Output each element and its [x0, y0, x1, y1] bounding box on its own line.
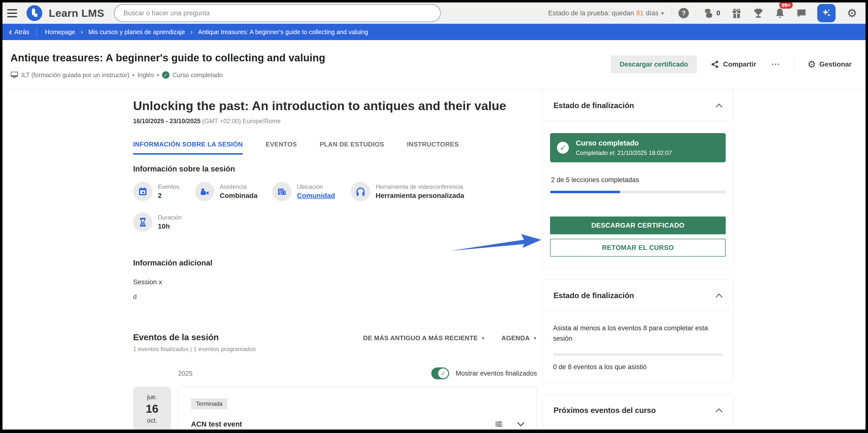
panel-title: Próximos eventos del curso — [554, 406, 656, 415]
lessons-progress-fill — [550, 191, 620, 193]
session-events-header: Eventos de la sesión 1 eventos finalizad… — [133, 332, 537, 352]
manage-button[interactable]: ⚙ Gestionar — [807, 60, 852, 69]
resume-course-button[interactable]: RETOMAR EL CURSO — [550, 239, 726, 256]
banner-title: Curso completado — [576, 139, 672, 147]
sort-order-label: DE MÁS ANTIGUO A MÁS RECIENTE — [363, 334, 478, 342]
info-value: 10h — [158, 222, 182, 230]
completion-status-panel: Estado de finalización ✓ Curso completad… — [542, 90, 734, 269]
hamburger-menu-icon[interactable] — [2, 2, 22, 24]
share-button[interactable]: Compartir — [711, 60, 756, 69]
show-finished-toggle-cluster: ✓ Mostrar eventos finalizados — [431, 367, 537, 379]
info-value: Combinada — [220, 192, 257, 200]
building-icon — [272, 182, 291, 201]
bell-icon — [775, 7, 785, 19]
panel-title: Estado de finalización — [554, 101, 634, 110]
session-dates: 16/10/2025 - 23/10/2025 (GMT +02:00) Eur… — [133, 118, 537, 125]
download-certificate-button[interactable]: Descargar certificado — [611, 55, 697, 73]
view-mode-dropdown[interactable]: AGENDA ▼ — [501, 334, 537, 342]
gift-icon — [731, 7, 742, 19]
additional-info-heading: Información adicional — [133, 258, 537, 268]
event-actions — [494, 420, 525, 429]
tab-study-plan[interactable]: PLAN DE ESTUDIOS — [320, 141, 384, 155]
breadcrumb: Homepage › Mis cursos y planes de aprend… — [37, 28, 368, 36]
info-value: 2 — [158, 192, 179, 200]
download-certificate-sidebar-button[interactable]: DESCARGAR CERTIFICADO — [550, 216, 726, 234]
back-label: Atrás — [14, 28, 29, 36]
notifications-badge: 99+ — [779, 2, 793, 9]
rewards-button[interactable] — [731, 7, 742, 19]
course-meta: ILT (formación guiada por un instructor)… — [10, 71, 223, 79]
app-logo[interactable]: Learn LMS — [22, 5, 114, 21]
additional-info-line: d — [133, 293, 537, 301]
info-item-video-tool: Herramienta de videoconferencia Herramie… — [351, 182, 464, 201]
ai-assistant-button[interactable] — [817, 4, 836, 22]
tune-icon[interactable] — [494, 420, 503, 429]
attendance-requirement-text: Asista al menos a los eventos 8 para com… — [550, 323, 726, 344]
trial-status-dropdown[interactable]: Estado de la prueba: quedan 81 días ▼ — [548, 9, 664, 17]
caret-down-icon: ▼ — [533, 336, 537, 340]
top-bar: Learn LMS Estado de la prueba: quedan 81… — [2, 2, 866, 24]
topbar-divider — [696, 7, 696, 20]
share-label: Compartir — [723, 60, 756, 68]
completion-panel-header: Estado de finalización — [542, 90, 733, 121]
tab-events[interactable]: EVENTOS — [266, 141, 297, 155]
notifications-button[interactable]: 99+ — [775, 7, 785, 19]
event-date-badge: jue. 16 oct. — [133, 387, 171, 430]
caret-down-icon: ▼ — [481, 336, 485, 340]
info-label: Eventos — [158, 183, 179, 190]
events-year: 2025 — [178, 370, 192, 377]
screenshot-frame: Learn LMS Estado de la prueba: quedan 81… — [0, 0, 868, 433]
sort-order-dropdown[interactable]: DE MÁS ANTIGUO A MÁS RECIENTE ▼ — [363, 334, 485, 342]
calendar-icon — [133, 182, 152, 201]
trial-prefix: Estado de la prueba: quedan — [548, 9, 634, 17]
main-column: Unlocking the past: An introduction to a… — [133, 90, 537, 430]
search-input[interactable] — [114, 4, 441, 22]
session-completion-header: Estado de finalización — [542, 280, 733, 311]
course-status: Curso completado — [173, 71, 223, 79]
topbar-icons: 0 — [703, 7, 807, 19]
show-finished-toggle[interactable]: ✓ — [431, 367, 449, 379]
breadcrumb-item-homepage[interactable]: Homepage — [45, 28, 75, 36]
headphones-icon — [351, 182, 370, 201]
chevron-up-icon[interactable] — [715, 408, 723, 413]
coins-button[interactable]: 0 — [703, 7, 720, 19]
event-row: jue. 16 oct. Terminada ACN test event — [133, 387, 537, 430]
session-timezone: (GMT +02:00) Europe/Rome — [202, 118, 281, 124]
chevron-up-icon[interactable] — [715, 293, 723, 299]
info-label: Herramienta de videoconferencia — [376, 183, 464, 190]
messages-button[interactable] — [796, 8, 807, 19]
chevron-down-icon[interactable] — [517, 421, 525, 427]
events-controls: DE MÁS ANTIGUO A MÁS RECIENTE ▼ AGENDA ▼ — [363, 332, 537, 342]
lessons-progress-text: 2 de 5 lecciones completadas — [550, 176, 726, 184]
course-header: Antique treasures: A beginner's guide to… — [2, 40, 866, 90]
back-button[interactable]: ‹ Atrás — [2, 24, 36, 40]
right-sidebar: Estado de finalización ✓ Curso completad… — [542, 90, 734, 430]
location-link[interactable]: Comunidad — [297, 192, 335, 200]
more-options-button[interactable]: ··· — [772, 60, 780, 68]
events-year-row: 2025 ✓ Mostrar eventos finalizados — [133, 367, 537, 379]
view-mode-label: AGENDA — [501, 334, 529, 342]
banner-completed-date: Completado el: 21/10/2025 18:02:07 — [576, 150, 672, 156]
info-item-events: Eventos 2 — [133, 182, 195, 201]
event-day: 16 — [146, 402, 158, 415]
chevron-left-icon: ‹ — [9, 28, 12, 36]
tab-instructors[interactable]: INSTRUCTORES — [407, 141, 459, 155]
tab-session-info[interactable]: INFORMACIÓN SOBRE LA SESIÓN — [133, 141, 243, 155]
manage-label: Gestionar — [819, 60, 852, 68]
panel-title: Estado de finalización — [554, 291, 634, 300]
meta-separator: • — [157, 71, 159, 79]
coins-count: 0 — [716, 9, 720, 17]
chevron-up-icon[interactable] — [715, 103, 723, 109]
course-completed-banner: ✓ Curso completado Completado el: 21/10/… — [550, 133, 726, 162]
help-icon[interactable]: ? — [679, 8, 689, 18]
info-item-location: Ubicación Comunidad — [272, 182, 351, 201]
breadcrumb-item-my-courses[interactable]: Mis cursos y planes de aprendizaje — [88, 28, 185, 36]
gamification-button[interactable] — [753, 7, 764, 19]
content-area: Unlocking the past: An introduction to a… — [2, 90, 866, 430]
event-weekday: jue. — [147, 394, 157, 401]
lms-page: Learn LMS Estado de la prueba: quedan 81… — [2, 2, 866, 430]
hourglass-icon — [133, 213, 152, 232]
session-info-row: Eventos 2 Asistencia Combinada — [133, 182, 537, 201]
settings-button[interactable]: ⚙ — [847, 7, 860, 19]
trial-suffix: días — [646, 9, 658, 17]
